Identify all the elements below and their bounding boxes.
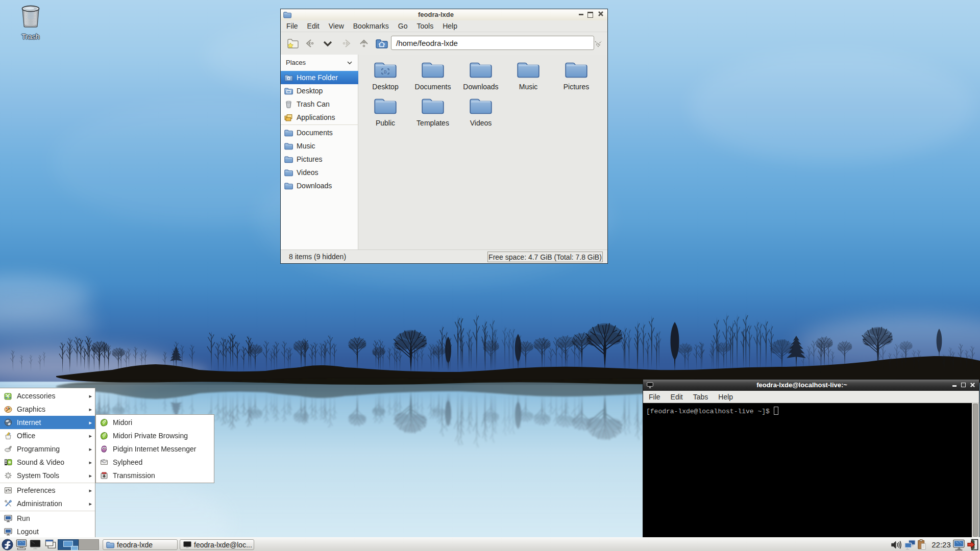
- svg-text:D: D: [384, 70, 386, 75]
